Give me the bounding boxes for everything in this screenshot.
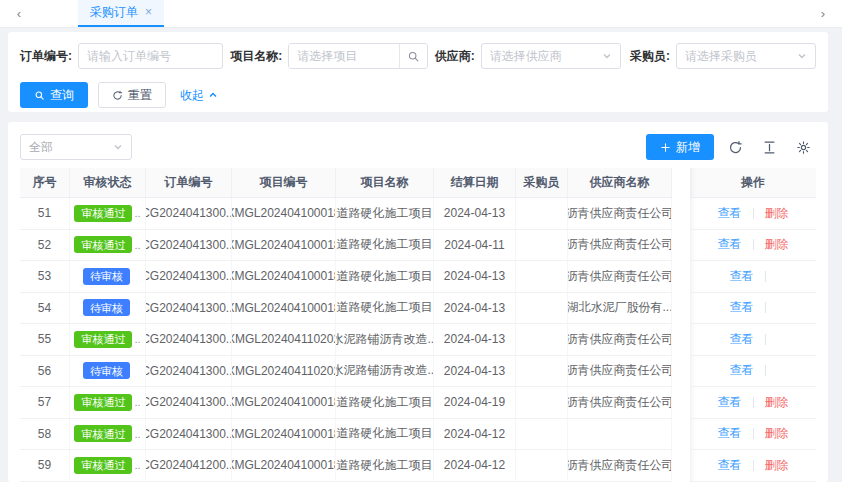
status-more: ..	[134, 333, 140, 345]
col-header-settle-date: 结算日期	[434, 168, 516, 198]
search-icon	[34, 90, 45, 101]
cell-buyer	[516, 419, 568, 451]
view-link[interactable]: 查看	[730, 331, 754, 348]
cell-date: 2024-04-19	[434, 387, 516, 419]
cell-supplier: 沥青供应商责任公司	[568, 450, 672, 482]
cell-order: CG2024041300...	[146, 261, 232, 293]
delete-link[interactable]: 删除	[765, 394, 789, 411]
chevron-down-icon	[602, 51, 612, 61]
project-name-input[interactable]	[289, 44, 399, 68]
table-row: 59 审核通过 .. CG2024041200... XMGL202404100…	[20, 450, 816, 482]
table-header: 序号 审核状态 订单编号 项目编号 项目名称 结算日期 采购员 供应商名称 操作	[20, 168, 816, 198]
supplier-label: 供应商:	[435, 48, 475, 65]
cell-no: 52	[20, 230, 70, 262]
status-more: ..	[134, 207, 140, 219]
cell-project-no: XMGL202404100018	[232, 293, 336, 325]
filter-field-buyer: 采购员: 请选择采购员	[630, 43, 816, 69]
view-link[interactable]: 查看	[730, 362, 754, 379]
cell-no: 56	[20, 356, 70, 388]
cell-actions: 查看 删除	[690, 198, 816, 230]
cell-supplier: 沥青供应商责任公司	[568, 261, 672, 293]
delete-link[interactable]: 删除	[765, 236, 789, 253]
status-more: ..	[134, 459, 140, 471]
cell-order: CG2024041300...	[146, 419, 232, 451]
tabs-scroll-right-icon[interactable]: ›	[814, 1, 832, 27]
cell-order: CG2024041300...	[146, 356, 232, 388]
cell-supplier: 沥青供应商责任公司	[568, 324, 672, 356]
order-no-input[interactable]	[78, 43, 223, 69]
delete-link[interactable]: 删除	[765, 457, 789, 474]
cell-project-no: XMGL202404100018	[232, 387, 336, 419]
cell-project-no: XMGL202404110202	[232, 324, 336, 356]
settings-gear-icon	[796, 140, 811, 155]
view-link[interactable]: 查看	[730, 299, 754, 316]
buyer-select[interactable]: 请选择采购员	[676, 43, 816, 69]
view-link[interactable]: 查看	[730, 268, 754, 285]
chevron-down-icon	[113, 142, 123, 152]
status-badge: 审核通过	[74, 457, 132, 474]
reset-button[interactable]: 重置	[98, 82, 166, 108]
supplier-select[interactable]: 请选择供应商	[481, 43, 621, 69]
cell-order: CG2024041300...	[146, 198, 232, 230]
status-filter-select[interactable]: 全部	[20, 134, 132, 160]
refresh-icon	[728, 140, 743, 155]
tab-close-icon[interactable]: ×	[145, 6, 152, 18]
order-no-label: 订单编号:	[20, 48, 72, 65]
cell-project-no: XMGL202404110202	[232, 356, 336, 388]
collapse-toggle[interactable]: 收起	[180, 87, 218, 104]
project-search-button[interactable]	[399, 44, 427, 68]
cell-project-name: 道路硬化施工项目	[336, 419, 434, 451]
search-button[interactable]: 查询	[20, 82, 88, 108]
tab-purchase-orders[interactable]: 采购订单 ×	[78, 0, 164, 27]
filter-panel: 订单编号: 项目名称: 供应商: 请选择供应商 采购员: 请选择	[8, 32, 828, 112]
action-divider	[765, 365, 766, 376]
cell-supplier: 沥青供应商责任公司	[568, 387, 672, 419]
cell-project-name: 道路硬化施工项目	[336, 230, 434, 262]
col-header-supplier: 供应商名称	[568, 168, 672, 198]
cell-status: 审核通过 ..	[70, 419, 146, 451]
cell-order: CG2024041300...	[146, 387, 232, 419]
project-name-label: 项目名称:	[230, 48, 282, 65]
column-height-button[interactable]	[756, 134, 782, 160]
cell-project-no: XMGL202404100018	[232, 230, 336, 262]
settings-button[interactable]	[790, 134, 816, 160]
cell-buyer	[516, 324, 568, 356]
refresh-table-button[interactable]	[722, 134, 748, 160]
add-button[interactable]: 新增	[646, 134, 714, 160]
view-link[interactable]: 查看	[718, 205, 742, 222]
cell-project-name: 水泥路铺沥青改造...	[336, 324, 434, 356]
cell-date: 2024-04-11	[434, 230, 516, 262]
cell-project-no: XMGL202404100018	[232, 450, 336, 482]
delete-link[interactable]: 删除	[765, 425, 789, 442]
view-link[interactable]: 查看	[718, 236, 742, 253]
cell-date: 2024-04-13	[434, 293, 516, 325]
action-divider	[765, 271, 766, 282]
cell-status: 审核通过 ..	[70, 324, 146, 356]
action-divider	[753, 208, 754, 219]
cell-date: 2024-04-12	[434, 419, 516, 451]
action-divider	[753, 239, 754, 250]
cell-actions: 查看 删除	[690, 419, 816, 451]
view-link[interactable]: 查看	[718, 425, 742, 442]
cell-project-name: 道路硬化施工项目	[336, 293, 434, 325]
status-badge: 审核通过	[74, 205, 132, 222]
cell-project-no: XMGL202404100018	[232, 261, 336, 293]
view-link[interactable]: 查看	[718, 394, 742, 411]
cell-order: CG2024041300...	[146, 324, 232, 356]
table-row: 55 审核通过 .. CG2024041300... XMGL202404110…	[20, 324, 816, 356]
cell-date: 2024-04-13	[434, 324, 516, 356]
action-divider	[753, 460, 754, 471]
action-divider	[753, 397, 754, 408]
table-panel: 全部 新增 序号 审核状态 订单编号 项目编号 项目名称 结算日期 采购员 供应…	[8, 122, 828, 482]
status-badge: 审核通过	[74, 331, 132, 348]
view-link[interactable]: 查看	[718, 457, 742, 474]
cell-no: 53	[20, 261, 70, 293]
col-header-order-no: 订单编号	[146, 168, 232, 198]
status-more: ..	[134, 428, 140, 440]
filter-field-project-name: 项目名称:	[230, 43, 428, 69]
cell-order: CG2024041200...	[146, 450, 232, 482]
delete-link[interactable]: 删除	[765, 205, 789, 222]
cell-status: 审核通过 ..	[70, 198, 146, 230]
tabs-scroll-left-icon[interactable]: ‹	[10, 1, 28, 27]
cell-status: 审核通过 ..	[70, 230, 146, 262]
